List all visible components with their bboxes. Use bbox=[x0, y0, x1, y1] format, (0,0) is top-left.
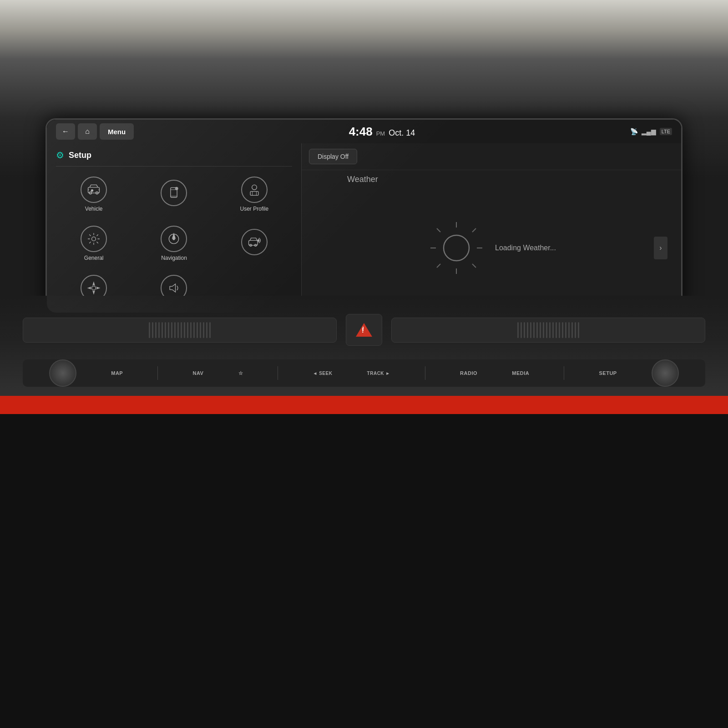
vent-slat bbox=[536, 322, 538, 338]
setup-gear-icon: ⚙ bbox=[56, 150, 64, 161]
right-top-row: Display Off bbox=[302, 143, 681, 170]
display-off-button[interactable]: Display Off bbox=[309, 149, 357, 164]
svg-point-14 bbox=[173, 238, 175, 240]
media-button[interactable]: MEDIA bbox=[512, 370, 529, 376]
seek-fwd-button[interactable]: TRACK ► bbox=[367, 371, 390, 376]
general-label: General bbox=[84, 255, 104, 261]
vent-slat bbox=[187, 322, 188, 338]
screen-ui: ← ⌂ Menu 4:48 PM Oct. 14 📡 ▂▄▆ LTE bbox=[47, 120, 681, 313]
user-profile-menu-item[interactable]: User Profile bbox=[217, 172, 292, 217]
divider bbox=[564, 366, 564, 380]
vent-slat bbox=[575, 322, 576, 338]
vent-slat bbox=[543, 322, 544, 338]
general-icon bbox=[86, 232, 101, 246]
vehicle-icon-circle bbox=[81, 177, 107, 203]
nav-button[interactable]: NAV bbox=[193, 370, 204, 376]
vent-slat bbox=[181, 322, 182, 338]
svg-line-27 bbox=[437, 264, 440, 268]
vehicle-menu-item[interactable]: Vehicle bbox=[56, 172, 131, 217]
top-bar-right: 📡 ▂▄▆ LTE bbox=[630, 128, 672, 135]
navigation-label: Navigation bbox=[161, 255, 187, 261]
controls-row: MAP NAV ☆ ◄ SEEK TRACK ► RADIO MEDIA SET… bbox=[23, 359, 705, 387]
svg-point-7 bbox=[176, 187, 178, 190]
vent-slat bbox=[168, 322, 169, 338]
phone-menu-item[interactable] bbox=[136, 172, 212, 217]
vent-slat bbox=[556, 322, 557, 338]
svg-point-28 bbox=[444, 235, 469, 261]
navigation-menu-item[interactable]: Navigation bbox=[136, 221, 212, 266]
vent-slat bbox=[149, 322, 150, 338]
weather-section: Weather bbox=[302, 170, 681, 313]
svg-line-24 bbox=[437, 228, 440, 232]
vent-slat bbox=[552, 322, 554, 338]
hazard-triangle-icon: ! bbox=[356, 323, 372, 337]
left-vent bbox=[23, 318, 337, 343]
content-area: ⚙ Setup bbox=[47, 143, 681, 313]
svg-line-25 bbox=[472, 264, 476, 268]
loading-weather-text: Loading Weather... bbox=[495, 244, 556, 252]
vent-slat bbox=[174, 322, 176, 338]
vent-slat bbox=[200, 322, 201, 338]
menu-button[interactable]: Menu bbox=[100, 123, 134, 140]
menu-grid: Vehicle bbox=[56, 167, 292, 313]
vent-slat bbox=[155, 322, 157, 338]
setup-panel: ⚙ Setup bbox=[47, 143, 302, 313]
weather-label: Weather bbox=[347, 175, 378, 184]
vent-slats-right bbox=[513, 318, 584, 342]
vehicle-label: Vehicle bbox=[85, 206, 103, 212]
divider bbox=[278, 366, 278, 380]
vent-slat bbox=[571, 322, 573, 338]
date-display: Oct. 14 bbox=[389, 128, 415, 138]
seek-back-button[interactable]: ◄ SEEK bbox=[313, 371, 332, 376]
vehicle-icon bbox=[86, 182, 101, 197]
weather-next-button[interactable]: › bbox=[654, 237, 667, 259]
svg-rect-9 bbox=[250, 192, 258, 196]
user-profile-icon-circle bbox=[241, 177, 268, 203]
vent-slat bbox=[524, 322, 525, 338]
home-button[interactable]: ⌂ bbox=[78, 123, 97, 140]
vent-slat bbox=[203, 322, 204, 338]
fav-star-button[interactable]: ☆ bbox=[238, 370, 243, 376]
vent-slats-left bbox=[144, 318, 215, 342]
hazard-button[interactable]: ! bbox=[346, 314, 382, 346]
general-menu-item[interactable]: General bbox=[56, 221, 131, 266]
vent-slat bbox=[559, 322, 560, 338]
svg-point-12 bbox=[92, 237, 96, 241]
vent-slat bbox=[562, 322, 563, 338]
top-bar-left: ← ⌂ Menu bbox=[56, 123, 134, 140]
vent-slat bbox=[549, 322, 551, 338]
car-interior: ← ⌂ Menu 4:48 PM Oct. 14 📡 ▂▄▆ LTE bbox=[0, 0, 728, 728]
sun-svg bbox=[427, 218, 486, 278]
vent-slat bbox=[527, 322, 528, 338]
red-accent-strip bbox=[0, 396, 728, 414]
tune-knob[interactable] bbox=[652, 359, 679, 387]
vent-slat bbox=[521, 322, 522, 338]
vent-slat bbox=[530, 322, 531, 338]
vent-slat bbox=[533, 322, 535, 338]
vent-slat bbox=[171, 322, 172, 338]
vent-slat bbox=[540, 322, 541, 338]
lte-badge: LTE bbox=[660, 128, 672, 135]
setup-title: Setup bbox=[69, 151, 91, 160]
time-display: 4:48 bbox=[349, 125, 373, 139]
user-profile-label: User Profile bbox=[240, 206, 268, 212]
right-vent bbox=[391, 318, 705, 343]
divider bbox=[157, 366, 158, 380]
map-button[interactable]: MAP bbox=[111, 370, 123, 376]
advanced-icon bbox=[86, 281, 101, 295]
svg-point-19 bbox=[92, 286, 96, 290]
weather-content: Loading Weather... › bbox=[311, 188, 672, 308]
setup-button[interactable]: SETUP bbox=[599, 370, 617, 376]
connected-car-icon bbox=[247, 235, 262, 249]
radio-button[interactable]: RADIO bbox=[460, 370, 477, 376]
vent-slat bbox=[193, 322, 195, 338]
signal-bars: ▂▄▆ bbox=[642, 128, 656, 135]
connected-car-menu-item[interactable] bbox=[217, 221, 292, 266]
navigation-icon bbox=[167, 232, 181, 246]
vent-slat bbox=[190, 322, 192, 338]
volume-knob[interactable] bbox=[49, 359, 76, 387]
top-bar-center: 4:48 PM Oct. 14 bbox=[349, 125, 415, 139]
user-profile-icon bbox=[247, 182, 262, 197]
back-button[interactable]: ← bbox=[56, 123, 75, 140]
sun-graphic bbox=[427, 218, 486, 278]
